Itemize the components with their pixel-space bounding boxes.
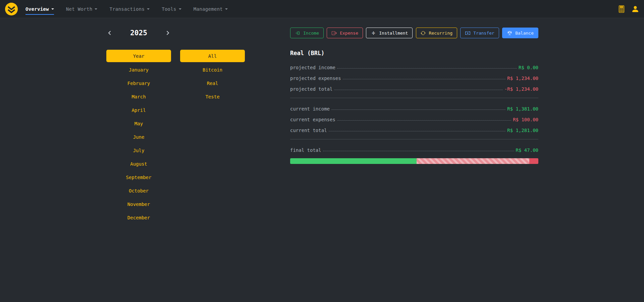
month-link-february[interactable]: February <box>106 77 171 90</box>
nav-item-overview[interactable]: Overview <box>25 0 54 18</box>
summary-row-current-expenses: current expenses R$ 100.00 <box>290 114 538 123</box>
filter-installment-button[interactable]: ÷ Installment <box>366 28 413 38</box>
filter-label: Recurring <box>429 31 452 36</box>
row-label: current income <box>290 106 330 112</box>
summary-panel: Real (BRL) projected income R$ 0.00 proj… <box>290 50 538 164</box>
dotted-leader <box>334 90 502 90</box>
prev-year-button[interactable] <box>106 30 113 36</box>
month-link-december[interactable]: December <box>106 211 171 224</box>
filter-income-button[interactable]: Income <box>290 28 324 38</box>
nav-label: Management <box>194 6 223 12</box>
month-link-november[interactable]: November <box>106 198 171 211</box>
year-view-button[interactable]: Year <box>106 50 171 62</box>
row-value: R$ 100.00 <box>513 117 538 123</box>
summary-row-current-income: current income R$ 1,381.00 <box>290 103 538 112</box>
account-link-real[interactable]: Real <box>180 77 245 90</box>
summary-row-projected-total: projected total -R$ 1,234.00 <box>290 84 538 92</box>
filter-recurring-button[interactable]: Recurring <box>416 28 457 38</box>
month-link-september[interactable]: September <box>106 171 171 184</box>
nav-label: Net Worth <box>66 6 93 12</box>
divider <box>290 139 538 139</box>
summary-title: Real (BRL) <box>290 50 538 56</box>
row-label: current total <box>290 128 327 134</box>
nav-label: Tools <box>162 6 176 12</box>
main-content: 2025 Year January February March April M… <box>0 18 644 302</box>
row-label: final total <box>290 147 321 154</box>
dotted-leader <box>337 68 517 69</box>
month-link-may[interactable]: May <box>106 117 171 130</box>
all-accounts-button[interactable]: All <box>180 50 245 62</box>
income-arrow-in-icon <box>295 31 300 36</box>
filter-label: Expense <box>340 31 358 36</box>
month-link-april[interactable]: April <box>106 103 171 117</box>
filter-transfer-button[interactable]: Transfer <box>460 28 499 38</box>
filter-label: Income <box>303 31 319 36</box>
top-navbar: Overview Net Worth Transactions Tools Ma… <box>0 0 644 18</box>
progress-segment-income <box>290 158 417 164</box>
repeat-arrows-icon <box>421 31 426 36</box>
nav-item-transactions[interactable]: Transactions <box>109 0 150 18</box>
row-value: R$ 0.00 <box>519 65 538 71</box>
month-link-june[interactable]: June <box>106 130 171 144</box>
calculator-icon[interactable] <box>618 5 625 13</box>
expense-arrow-out-icon <box>331 31 337 36</box>
accounts-column: All Bitcoin Real Teste <box>180 50 245 103</box>
divider <box>290 98 538 98</box>
chevron-down-icon <box>51 8 54 10</box>
month-link-august[interactable]: August <box>106 157 171 171</box>
filter-label: Balance <box>515 31 534 36</box>
row-value: R$ 1,281.00 <box>507 128 538 134</box>
app-logo-icon[interactable] <box>5 2 18 16</box>
filter-label: Transfer <box>473 31 494 36</box>
row-value: R$ 1,381.00 <box>507 106 538 112</box>
chevron-down-icon <box>95 8 97 10</box>
account-link-teste[interactable]: Teste <box>180 90 245 103</box>
main-nav: Overview Net Worth Transactions Tools Ma… <box>25 0 618 18</box>
account-link-bitcoin[interactable]: Bitcoin <box>180 63 245 77</box>
filter-label: Installment <box>379 31 408 36</box>
month-link-october[interactable]: October <box>106 184 171 198</box>
divide-icon: ÷ <box>371 30 376 36</box>
nav-item-net-worth[interactable]: Net Worth <box>66 0 98 18</box>
row-label: projected total <box>290 86 332 92</box>
summary-row-current-total: current total R$ 1,281.00 <box>290 125 538 134</box>
year-navigator: 2025 <box>106 29 171 37</box>
row-label: projected expenses <box>290 76 341 82</box>
user-profile-icon[interactable] <box>631 5 639 13</box>
filter-balance-button[interactable]: Balance <box>502 28 538 38</box>
row-value: -R$ 1,234.00 <box>504 86 538 92</box>
filter-expense-button[interactable]: Expense <box>327 28 363 38</box>
summary-row-final-total: final total R$ 47.00 <box>290 145 538 154</box>
nav-label: Overview <box>25 6 49 12</box>
row-label: projected income <box>290 65 335 71</box>
period-column: Year January February March April May Ju… <box>106 50 171 224</box>
chevron-down-icon <box>147 8 150 10</box>
dotted-leader <box>331 110 505 110</box>
month-link-march[interactable]: March <box>106 90 171 103</box>
transaction-filter-bar: Income Expense ÷ Installment Recurring T… <box>290 28 538 38</box>
nav-item-tools[interactable]: Tools <box>162 0 181 18</box>
nav-item-management[interactable]: Management <box>194 0 228 18</box>
nav-label: Transactions <box>109 6 145 12</box>
navbar-actions <box>618 5 639 13</box>
dotted-leader <box>323 151 514 151</box>
summary-row-projected-expenses: projected expenses R$ 1,234.00 <box>290 73 538 82</box>
balance-scale-icon <box>507 31 512 36</box>
next-year-button[interactable] <box>164 30 171 36</box>
month-link-january[interactable]: January <box>106 63 171 77</box>
progress-segment-current-expenses <box>529 158 538 164</box>
dotted-leader <box>337 120 511 121</box>
account-list: Bitcoin Real Teste <box>180 63 245 103</box>
month-list: January February March April May June Ju… <box>106 63 171 224</box>
month-link-july[interactable]: July <box>106 144 171 157</box>
dotted-leader <box>343 79 506 79</box>
row-label: current expenses <box>290 117 335 123</box>
dotted-leader <box>329 131 506 131</box>
year-label: 2025 <box>130 29 147 37</box>
cash-transfer-icon <box>465 31 470 36</box>
row-value: R$ 47.00 <box>516 147 538 154</box>
progress-segment-pending-expenses <box>417 158 529 164</box>
row-value: R$ 1,234.00 <box>507 76 538 82</box>
income-expense-progress-bar <box>290 158 538 164</box>
chevron-down-icon <box>225 8 228 10</box>
